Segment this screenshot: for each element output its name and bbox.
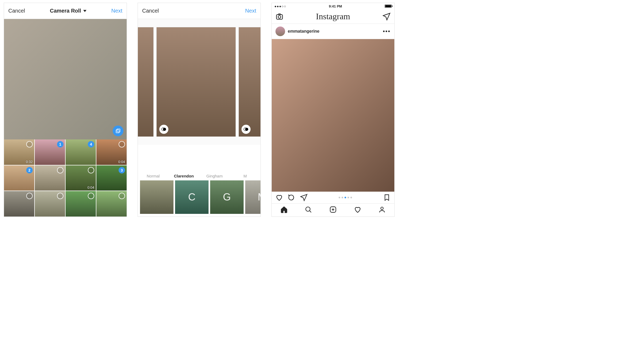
cancel-button[interactable]: Cancel <box>142 8 159 14</box>
filter-strip: NormalClarendonGinghamM CGM <box>138 145 260 217</box>
tab-home[interactable] <box>280 206 288 214</box>
post-options-button[interactable]: ••• <box>383 28 391 35</box>
album-title: Camera Roll <box>50 8 81 14</box>
tab-activity[interactable] <box>354 206 361 214</box>
pager-dot <box>347 197 349 198</box>
photo-slide[interactable] <box>239 27 260 137</box>
selection-ring <box>119 193 125 199</box>
grid-thumbnail[interactable]: 3 <box>96 165 127 191</box>
grid-thumbnail[interactable]: 0:32 <box>4 139 34 165</box>
video-duration: 0:32 <box>26 160 33 164</box>
svg-rect-0 <box>117 129 120 132</box>
cancel-button[interactable]: Cancel <box>8 8 25 14</box>
grid-thumbnail[interactable]: 4 <box>66 139 96 165</box>
post-actions <box>272 192 394 203</box>
grid-thumbnail[interactable] <box>4 191 34 217</box>
photo-grid: 0:32140:0420:043 <box>4 139 127 217</box>
status-time: 9:41 PM <box>329 4 342 8</box>
tab-profile[interactable] <box>378 206 386 214</box>
battery-icon <box>385 5 392 8</box>
navbar: Cancel Next <box>138 3 260 19</box>
filter-thumbnail[interactable]: G <box>210 180 244 214</box>
selection-badge: 3 <box>119 167 125 173</box>
tab-bar <box>272 203 394 217</box>
selection-ring <box>26 193 33 199</box>
carousel-editor[interactable] <box>138 19 260 145</box>
share-icon[interactable] <box>300 194 308 201</box>
signal-icon: ●●●○○ <box>274 4 286 8</box>
pager-dot <box>350 197 352 198</box>
navbar: Cancel Camera Roll Next <box>4 3 127 19</box>
selected-photo-preview[interactable] <box>4 19 127 139</box>
selection-ring <box>119 141 125 147</box>
pager-dot <box>339 197 340 198</box>
post-image[interactable] <box>272 39 394 192</box>
pager-dot <box>342 197 343 198</box>
photo-slide[interactable] <box>156 27 236 137</box>
app-logo: Instagram <box>316 12 350 21</box>
selection-badge: 4 <box>88 141 94 147</box>
photo-slide[interactable] <box>138 27 154 137</box>
filter-thumbnails: CGM <box>138 180 260 214</box>
selection-ring <box>88 193 94 199</box>
selection-ring <box>57 167 63 173</box>
video-duration: 0:04 <box>118 160 125 164</box>
filter-label[interactable]: Normal <box>138 174 169 178</box>
video-duration: 0:04 <box>88 185 94 189</box>
filter-thumbnail[interactable] <box>140 180 173 214</box>
grid-thumbnail[interactable] <box>66 191 96 217</box>
selection-ring <box>26 141 33 147</box>
venn-icon <box>161 127 167 132</box>
per-photo-filter-button[interactable] <box>159 125 168 134</box>
venn-icon <box>243 127 249 132</box>
album-picker[interactable]: Camera Roll <box>50 8 86 14</box>
screen-feed: ●●●○○ 9:41 PM Instagram emmatangerine ••… <box>271 3 395 217</box>
pager-dot <box>345 197 346 198</box>
avatar[interactable] <box>275 26 285 36</box>
app-header: Instagram <box>272 10 394 24</box>
selection-ring <box>88 167 94 173</box>
comment-icon[interactable] <box>288 194 295 201</box>
selection-ring <box>57 193 63 199</box>
stack-icon <box>115 128 121 134</box>
multi-select-button[interactable] <box>113 126 123 136</box>
filter-label[interactable]: Clarendon <box>169 174 199 178</box>
like-icon[interactable] <box>275 194 283 201</box>
next-button[interactable]: Next <box>111 8 122 14</box>
per-photo-filter-button[interactable] <box>241 125 251 134</box>
grid-thumbnail[interactable] <box>96 191 127 217</box>
chevron-down-icon <box>83 10 86 12</box>
grid-thumbnail[interactable] <box>35 191 65 217</box>
tab-new-post[interactable] <box>329 206 337 214</box>
screen-filter-editor: Cancel Next NormalClarendonGinghamM CGM <box>138 3 261 217</box>
carousel-pager <box>339 197 352 198</box>
grid-thumbnail[interactable]: 0:04 <box>96 139 127 165</box>
grid-thumbnail[interactable] <box>35 165 65 191</box>
post-header: emmatangerine ••• <box>272 24 394 39</box>
svg-point-10 <box>381 207 383 210</box>
direct-icon[interactable] <box>383 13 391 21</box>
grid-thumbnail[interactable]: 0:04 <box>66 165 96 191</box>
filter-label[interactable]: M <box>230 174 261 178</box>
grid-thumbnail[interactable]: 2 <box>4 165 34 191</box>
filter-label[interactable]: Gingham <box>199 174 230 178</box>
next-button[interactable]: Next <box>245 8 256 14</box>
svg-point-7 <box>278 16 281 18</box>
tab-search[interactable] <box>305 206 312 214</box>
username[interactable]: emmatangerine <box>288 29 319 34</box>
selection-badge: 1 <box>57 141 63 147</box>
status-bar: ●●●○○ 9:41 PM <box>272 3 394 10</box>
camera-icon[interactable] <box>275 13 283 21</box>
screen-camera-roll: Cancel Camera Roll Next 0:32140:0420:043 <box>4 3 127 217</box>
svg-point-5 <box>245 128 248 131</box>
filter-thumbnail[interactable]: C <box>175 180 209 214</box>
grid-thumbnail[interactable]: 1 <box>35 139 65 165</box>
filter-labels: NormalClarendonGinghamM <box>138 174 260 178</box>
bookmark-icon[interactable] <box>383 194 391 201</box>
filter-thumbnail[interactable]: M <box>245 180 260 214</box>
svg-point-8 <box>306 207 310 211</box>
svg-rect-1 <box>116 130 119 133</box>
svg-point-3 <box>163 128 166 131</box>
selection-badge: 2 <box>26 167 33 173</box>
